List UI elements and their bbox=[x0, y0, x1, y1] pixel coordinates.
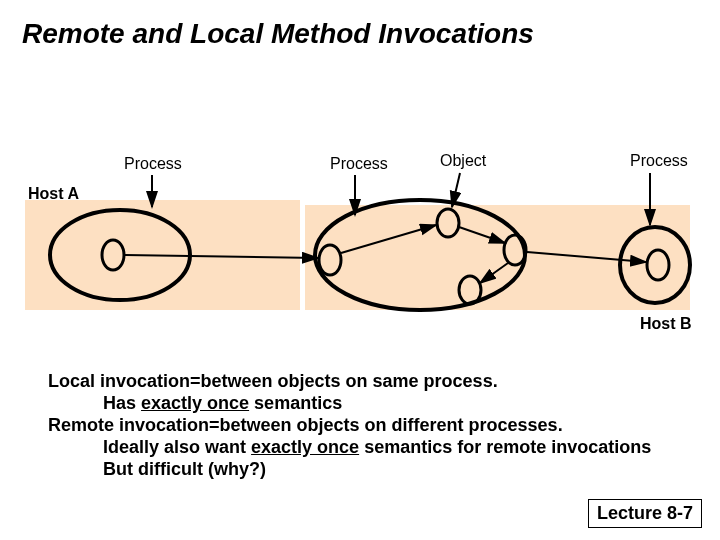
body-line-5: But difficult (why?) bbox=[48, 459, 266, 479]
body-text: Local invocation=between objects on same… bbox=[48, 370, 651, 480]
underline-exactly-once-1: exactly once bbox=[141, 393, 249, 413]
diagram-svg bbox=[0, 145, 720, 350]
body-line-1: Local invocation=between objects on same… bbox=[48, 371, 498, 391]
body-line-3: Remote invocation=between objects on dif… bbox=[48, 415, 563, 435]
underline-exactly-once-2: exactly once bbox=[251, 437, 359, 457]
slide-footer: Lecture 8-7 bbox=[588, 499, 702, 528]
slide-title: Remote and Local Method Invocations bbox=[22, 18, 534, 50]
